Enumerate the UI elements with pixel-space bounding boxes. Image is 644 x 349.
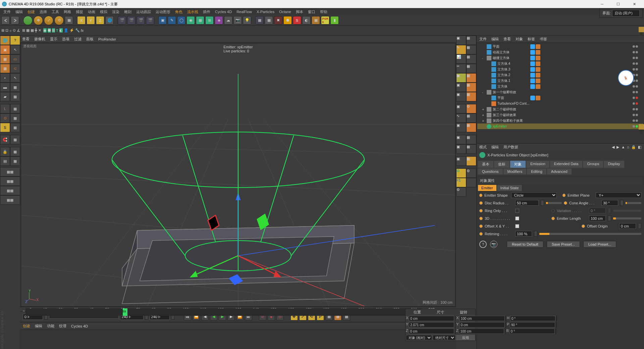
nurbs[interactable]: ◉	[186, 16, 195, 24]
object-第二个破碎特效[interactable]: +第二个破碎特效	[477, 106, 643, 112]
plugin-3[interactable]: ✖	[274, 16, 282, 24]
menu-Cycles 4D[interactable]: Cycles 4D	[213, 9, 234, 14]
sidebar-tab-1[interactable]: 内容浏览器	[639, 27, 644, 32]
plugin-4[interactable]: ⬢	[283, 16, 292, 24]
render-pv[interactable]: 🎬	[137, 16, 145, 24]
object-xpEmitter[interactable]: xpEmitter	[477, 123, 643, 129]
array[interactable]: ⊞	[205, 16, 214, 24]
octane-button[interactable]: S	[293, 16, 301, 24]
menu-雕刻[interactable]: 雕刻	[122, 9, 133, 15]
emitter-length-slider[interactable]	[613, 217, 641, 219]
axis-y-toggle[interactable]: Y	[87, 16, 95, 24]
object-平面[interactable]: 平面	[477, 95, 643, 101]
point-mode[interactable]: ▪	[0, 73, 10, 83]
menu-工具[interactable]: 工具	[50, 9, 61, 15]
work-4[interactable]: ╋	[35, 28, 37, 33]
object-立方体.4[interactable]: 立方体.4	[477, 61, 643, 66]
pin-icon[interactable]: ◧	[638, 145, 641, 149]
emitter-length-input[interactable]	[589, 215, 606, 221]
sidebar-tab-2[interactable]: 属性	[639, 124, 644, 130]
menu-文件[interactable]: 文件	[1, 9, 13, 15]
nav-up-icon[interactable]: ▲	[621, 145, 625, 149]
obj-mode[interactable]: 🌐	[0, 36, 10, 45]
menu-角色[interactable]: 角色	[173, 9, 184, 15]
render-settings[interactable]: 🎬	[146, 16, 154, 24]
retiming-input[interactable]	[515, 231, 532, 237]
work-1[interactable]: ⊞	[22, 28, 25, 33]
3d-checkbox[interactable]: ✓	[515, 216, 519, 220]
object-平面[interactable]: 平面	[477, 44, 643, 49]
menu-插件[interactable]: 插件	[201, 9, 212, 15]
nav-home-icon[interactable]: ⌂	[627, 145, 629, 149]
disc-radius-input[interactable]	[515, 200, 539, 206]
emitter-shape-select[interactable]: Circle	[511, 192, 557, 198]
mograph-1[interactable]: ◉	[43, 28, 47, 33]
tab-坐标[interactable]: 坐标	[494, 161, 509, 168]
menu-脚本[interactable]: 脚本	[294, 9, 305, 15]
tab-Extended Data[interactable]: Extended Data	[550, 161, 583, 168]
menu-帮助[interactable]: 帮助	[318, 9, 329, 15]
render-region[interactable]: 🎬	[127, 16, 136, 24]
nav-fwd-icon[interactable]: ▶	[616, 145, 619, 149]
offsetxy-checkbox[interactable]: ✓	[515, 224, 519, 228]
coord-size-select[interactable]: 绝对尺寸	[433, 335, 455, 340]
coord-mode-select[interactable]: 对象 (相对)	[406, 335, 432, 340]
model-mode[interactable]: ▣	[0, 45, 10, 54]
load-preset-button[interactable]: Load Preset...	[583, 241, 616, 248]
subtab-emitter[interactable]: Emitter	[478, 185, 496, 191]
tab-对象[interactable]: 对象	[510, 161, 526, 168]
axis-x-toggle[interactable]: X	[77, 16, 86, 24]
mograph-4[interactable]: ◐	[59, 28, 63, 33]
edge-mode[interactable]: ▬	[0, 83, 10, 92]
menu-运动图形[interactable]: 运动图形	[154, 9, 172, 15]
cam-icon[interactable]: 📷	[490, 241, 497, 248]
tab-Emission[interactable]: Emission	[526, 161, 549, 168]
rect-icon[interactable]: ▭	[10, 54, 20, 64]
grid5-icon[interactable]: ▦	[10, 123, 20, 132]
grid3-icon[interactable]: ▦	[10, 104, 20, 113]
plugin-6[interactable]: ▦	[312, 16, 320, 24]
subtab-initialstate[interactable]: Initial State	[497, 185, 522, 191]
dyn-3[interactable]: 🔧	[75, 28, 80, 33]
menu-渲染[interactable]: 渲染	[110, 9, 121, 15]
snap-1[interactable]: ⊞	[1, 28, 4, 33]
nav-back-icon[interactable]: ◀	[612, 145, 614, 149]
close-button[interactable]: ✕	[627, 0, 642, 8]
retiming-slider[interactable]	[539, 233, 641, 235]
mograph-3[interactable]: ⊞	[52, 28, 55, 33]
poly-mode[interactable]: ▰	[0, 92, 10, 101]
dyn-1[interactable]: 👤	[64, 28, 68, 33]
pivot-mode[interactable]: ⊙	[0, 113, 10, 123]
save-preset-button[interactable]: Save Preset...	[547, 241, 580, 248]
magnet-icon[interactable]: 🧲	[0, 135, 10, 144]
radio-icon[interactable]	[479, 194, 482, 197]
fx-tool[interactable]: fx	[81, 29, 84, 33]
menu-编辑[interactable]: 编辑	[13, 9, 25, 15]
pen-tool[interactable]: ✎	[168, 16, 176, 24]
light[interactable]: 💡	[243, 16, 251, 24]
select-tool[interactable]	[23, 16, 33, 25]
plugin-7[interactable]: ▮	[330, 16, 339, 24]
subdiv[interactable]: ▦	[196, 16, 204, 24]
rotate-tool[interactable]: ⟲	[54, 16, 64, 25]
menu-流水线[interactable]: 流水线	[185, 9, 200, 15]
menu-窗口[interactable]: 窗口	[306, 9, 317, 15]
environment[interactable]: ☁	[224, 16, 232, 24]
work-5[interactable]: ✕	[38, 28, 41, 33]
object-立方体.3[interactable]: 立方体.3	[477, 66, 643, 72]
axis-z-toggle[interactable]: Z	[96, 16, 104, 24]
menu-选择[interactable]: 选择	[38, 9, 49, 15]
tab-Groups[interactable]: Groups	[583, 161, 603, 168]
lock-icon[interactable]: 🔒	[631, 145, 636, 149]
ringonly-checkbox[interactable]	[515, 209, 519, 213]
layout-value[interactable]: 启动 (用户)	[612, 10, 640, 17]
render-view[interactable]: 🎬	[118, 16, 126, 24]
redo-button[interactable]	[11, 16, 19, 24]
uv-mode[interactable]: ▦	[0, 64, 10, 73]
menu-捕捉[interactable]: 捕捉	[74, 9, 85, 15]
menu-模拟[interactable]: 模拟	[98, 9, 109, 15]
tab-Questions[interactable]: Questions	[478, 168, 503, 174]
reset-button[interactable]: Reset to Default	[507, 241, 543, 248]
object-manager[interactable]: 🦌 平面动画立方体-碰撞立方体立方体.4立方体.3立方体.2立方体.1立方体-第…	[477, 43, 644, 143]
menu-动画[interactable]: 动画	[86, 9, 97, 15]
